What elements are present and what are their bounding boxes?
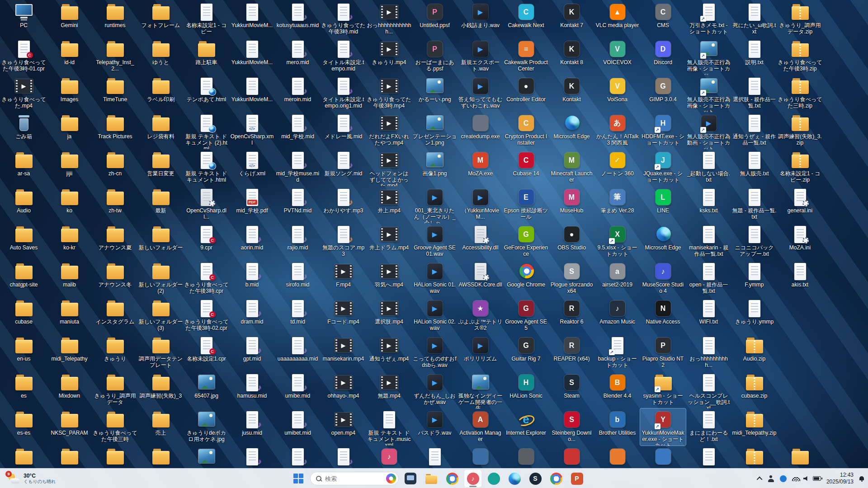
desktop-icon[interactable]: ♪sirofo.mid bbox=[275, 260, 321, 297]
desktop-icon[interactable]: OpenCvSharp.dll... bbox=[184, 186, 229, 223]
desktop-icon[interactable]: Gemini bbox=[47, 1, 92, 38]
desktop-icon[interactable]: きゅうり食べってた三時.zip bbox=[777, 75, 823, 112]
desktop-icon[interactable]: ▶ずんだもん_しおかぜ.wav bbox=[412, 371, 458, 408]
desktop-icon[interactable]: ▶F.mp4 bbox=[321, 260, 366, 297]
clock[interactable]: 12:43 2025/09/13 bbox=[826, 472, 854, 485]
desktop-icon[interactable]: midi_Telepathy.zip bbox=[731, 408, 777, 446]
desktop-icon[interactable]: 説明.txt bbox=[731, 38, 777, 75]
desktop-icon[interactable]: ▶001_東北きりたん（ノーマル）_今しゃ... bbox=[412, 186, 458, 223]
desktop-icon[interactable]: open - 親作品一覧.txt bbox=[686, 260, 731, 297]
desktop-icon[interactable]: runtimes bbox=[92, 1, 138, 38]
desktop-icon[interactable]: ko bbox=[47, 186, 92, 223]
desktop-icon[interactable]: MMuseHub bbox=[549, 186, 594, 223]
taskbar-app-powerpoint[interactable]: P bbox=[568, 469, 586, 488]
desktop-icon[interactable]: ar-sa bbox=[1, 149, 47, 186]
desktop-icon[interactable]: YukkuriMovieM... bbox=[229, 1, 275, 38]
desktop-icon[interactable]: es bbox=[1, 371, 47, 408]
desktop-icon[interactable]: chatgpt-site bbox=[1, 260, 47, 297]
desktop-icon[interactable]: ▶羽気へ.mp4 bbox=[366, 260, 412, 297]
desktop-icon[interactable]: ♪b.mid bbox=[229, 260, 275, 297]
desktop-icon[interactable]: 孤独なインディーゲーム開発者の一生... bbox=[458, 371, 503, 408]
desktop-icon[interactable]: ♪mero.mid bbox=[275, 38, 321, 75]
desktop-icon[interactable]: ja bbox=[47, 112, 92, 149]
desktop-icon[interactable]: ▶選択肢.mp4 bbox=[366, 297, 412, 334]
desktop-icon[interactable]: akis.txt bbox=[777, 260, 823, 297]
desktop-icon[interactable]: KKontakt 8 bbox=[549, 38, 594, 75]
tray-system-icons[interactable] bbox=[792, 476, 821, 481]
desktop-icon[interactable]: YukkuriMovieM... bbox=[229, 75, 275, 112]
desktop-icon[interactable]: es-es bbox=[1, 408, 47, 446]
desktop-icon[interactable]: Y↗YukkuriMovieMaker.exe - ショートカット bbox=[640, 408, 686, 446]
desktop-icon[interactable]: 最新 bbox=[138, 186, 184, 223]
desktop-icon[interactable]: GGeForce Experience bbox=[503, 223, 549, 260]
desktop-icon[interactable]: SSteinberg Downlo... bbox=[549, 408, 594, 446]
desktop-icon[interactable]: _起動しない場合.txt bbox=[686, 149, 731, 186]
desktop-icon[interactable]: PPiapro Studio NT2 bbox=[640, 334, 686, 371]
desktop-icon[interactable]: きゅうり_調声用データ bbox=[92, 371, 138, 408]
desktop-icon[interactable]: ♪td.mid bbox=[275, 297, 321, 334]
desktop-icon[interactable]: ↗backup - ショートカット bbox=[594, 334, 640, 371]
desktop-icon[interactable]: ▶Groove Agent SE 01.wav bbox=[412, 223, 458, 260]
desktop-icon[interactable]: ♪jusu.mid bbox=[229, 408, 275, 446]
desktop-icon[interactable]: ▶（YukkuriMovieM... bbox=[458, 186, 503, 223]
desktop-icon[interactable]: RREAPER (x64) bbox=[549, 334, 594, 371]
desktop-icon[interactable]: 路上駐車 bbox=[184, 38, 229, 75]
taskbar-app-google-app[interactable] bbox=[547, 469, 565, 488]
desktop-icon[interactable]: ↗万引きメモ.txt - ショートカット bbox=[686, 1, 731, 38]
desktop-icon[interactable]: MMinecraft Launcher bbox=[549, 149, 594, 186]
desktop-icon[interactable]: ♪mid_学校muse.mid bbox=[275, 149, 321, 186]
tray-overflow-chevron-icon[interactable] bbox=[757, 476, 763, 482]
desktop-icon[interactable]: Google Chrome bbox=[503, 260, 549, 297]
desktop-icon[interactable]: ksks.txt bbox=[686, 186, 731, 223]
desktop-icon[interactable]: ▶無題.mp4 bbox=[366, 371, 412, 408]
desktop-icon[interactable]: フォトフレーム bbox=[138, 1, 184, 38]
desktop-icon[interactable]: ▶Fコード.mp4 bbox=[321, 297, 366, 334]
desktop-icon[interactable]: ♪メドレー風.mid bbox=[321, 112, 366, 149]
desktop-icon[interactable]: プレゼンテーション1.png bbox=[412, 112, 458, 149]
desktop-icon[interactable]: きゅうり_調声用データ.zip bbox=[777, 1, 823, 38]
start-button[interactable] bbox=[289, 469, 307, 488]
desktop-icon[interactable]: CCMS bbox=[640, 1, 686, 38]
desktop-icon[interactable]: 新しいフォルダー bbox=[138, 223, 184, 260]
desktop-icon[interactable]: ▶ohhayo-.mp4 bbox=[321, 371, 366, 408]
desktop-icon[interactable]: おっhhhhhhhhhh... bbox=[686, 334, 731, 371]
desktop-icon[interactable]: 新規 テキスト ドキュメント.html bbox=[184, 149, 229, 186]
desktop-icon[interactable]: ラベル印刷 bbox=[138, 75, 184, 112]
desktop-icon[interactable]: 筆筆まめ Ver.28 bbox=[594, 186, 640, 223]
desktop-icon[interactable]: BBlender 4.4 bbox=[594, 371, 640, 408]
desktop-icon[interactable]: Cきゅうり食べってた午後3時.cpr bbox=[184, 260, 229, 297]
desktop-icon[interactable]: きゅうりdeボカロ用オケネ.jpg bbox=[184, 408, 229, 446]
desktop-icon[interactable]: zh-tw bbox=[92, 186, 138, 223]
desktop-icon[interactable]: ♪PVTNd.mid bbox=[275, 186, 321, 223]
desktop-icon[interactable]: きゅうり bbox=[92, 334, 138, 371]
desktop-icon[interactable]: 新規 テキスト ドキュメント (2).html bbox=[184, 112, 229, 149]
desktop-icon[interactable]: ♪uaaaaaaaaa.mid bbox=[275, 334, 321, 371]
desktop-icon[interactable]: ▶こってものdすおfdsbら.wav bbox=[412, 334, 458, 371]
desktop-icon[interactable]: 画像1.png bbox=[412, 149, 458, 186]
desktop-icon[interactable]: NNative Access bbox=[640, 297, 686, 334]
desktop-icon[interactable]: ♪きゅうり食ってた午後3時.mid bbox=[321, 1, 366, 38]
desktop-icon[interactable]: ↗無人販売不正行為画像 - ショートカッ... bbox=[686, 38, 731, 75]
desktop-icon[interactable]: ♪MuseScore Studio 4 bbox=[640, 260, 686, 297]
desktop-icon[interactable]: ♪わかりやす.mp3 bbox=[321, 186, 366, 223]
desktop-icon[interactable]: ▶↗無人販売不正行為動画 - ショートカット bbox=[686, 112, 731, 149]
desktop-icon[interactable]: bBrother Utilities bbox=[594, 408, 640, 446]
desktop-icon[interactable]: アナウンス夏 bbox=[92, 223, 138, 260]
desktop-icon[interactable]: 売上 bbox=[138, 408, 184, 446]
desktop-icon[interactable]: Pおーばーまにある.ppsf bbox=[412, 38, 458, 75]
desktop-icon[interactable]: ♪Amazon Music bbox=[594, 297, 640, 334]
desktop-icon[interactable]: レジ袋有料 bbox=[138, 112, 184, 149]
tray-people-icon[interactable] bbox=[768, 475, 774, 482]
desktop-icon[interactable]: 65407.jpg bbox=[184, 371, 229, 408]
taskbar-app-teal-app[interactable] bbox=[485, 469, 503, 488]
taskbar-app-steam[interactable]: S bbox=[526, 469, 544, 488]
desktop-icon[interactable]: PC bbox=[1, 1, 47, 38]
weather-widget[interactable]: 9 30°C くもりのち晴れ bbox=[3, 469, 60, 488]
desktop-icon[interactable]: createdump.exe bbox=[458, 112, 503, 149]
desktop-icon[interactable]: midi_Telepathy bbox=[47, 334, 92, 371]
desktop-icon[interactable]: eInternet Explorer bbox=[503, 408, 549, 446]
desktop-icon[interactable]: インスタグラム bbox=[92, 297, 138, 334]
desktop-icon[interactable]: X↗9.5.xlsx - ショートカット bbox=[594, 223, 640, 260]
desktop-icon[interactable]: テンポあて.html bbox=[184, 75, 229, 112]
desktop-icon[interactable]: ▶open.mp4 bbox=[321, 408, 366, 446]
